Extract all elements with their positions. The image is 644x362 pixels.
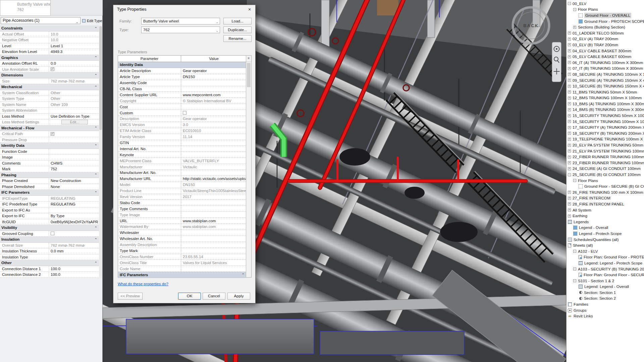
property-section-header[interactable]: Insulation⌃	[0, 237, 99, 243]
parameter-value[interactable]	[181, 248, 247, 254]
collapse-chevron-icon[interactable]: ⌃	[95, 73, 97, 77]
family-dropdown[interactable]: Butterfly Valve wheel⌄	[141, 18, 220, 24]
collapse-icon[interactable]: -	[573, 250, 576, 253]
tree-item[interactable]: Ground Floor - OVERALL	[567, 12, 644, 18]
property-value[interactable]: New Construction	[49, 178, 99, 184]
checkbox[interactable]	[183, 111, 186, 115]
property-section-header[interactable]: Other⌃	[0, 260, 99, 266]
tree-item[interactable]: Ground Floor - SECURE (B) GI CONDUIT 100	[567, 183, 644, 189]
expand-icon[interactable]: +	[568, 167, 571, 170]
expand-icon[interactable]: +	[568, 67, 571, 70]
parameter-value[interactable]: www.mepcontent.com	[181, 92, 247, 98]
parameter-value[interactable]: www.stabiplan.com	[181, 218, 247, 224]
parameter-value[interactable]: Gear operator	[181, 68, 247, 74]
parameter-value[interactable]: DN150	[181, 182, 247, 188]
expand-icon[interactable]: +	[568, 191, 571, 194]
checkbox[interactable]	[51, 232, 54, 235]
property-section-header[interactable]: Constraints⌃	[0, 25, 99, 32]
property-value[interactable]	[49, 231, 99, 237]
navigation-bar[interactable]	[552, 42, 561, 82]
expand-icon[interactable]: +	[568, 144, 571, 147]
parameter-value[interactable]	[181, 236, 247, 242]
property-value[interactable]: REGULATING	[49, 201, 99, 207]
property-value[interactable]: 752	[49, 166, 99, 172]
tree-item[interactable]: Families	[567, 301, 644, 307]
column-header-value[interactable]: Value	[181, 56, 247, 62]
type-selector-dropdown[interactable]: Pipe Accessories (1) ⌄	[1, 17, 80, 24]
property-value[interactable]: 4949.3	[49, 49, 99, 55]
property-value[interactable]: None	[49, 184, 99, 190]
parameter-value[interactable]	[181, 212, 247, 218]
property-value[interactable]	[49, 254, 99, 260]
property-value[interactable]: 100.0	[49, 272, 99, 278]
collapse-chevron-icon[interactable]: ⌃	[95, 226, 97, 230]
table-menu-icon[interactable]: ≡	[246, 56, 251, 62]
tree-item[interactable]: +Earthing	[567, 213, 644, 219]
property-section-header[interactable]: Dimensions⌃	[0, 72, 99, 78]
close-icon[interactable]: ✕	[246, 7, 253, 12]
type-dropdown[interactable]: 762⌄	[141, 26, 220, 33]
tree-item[interactable]: Legend - Overall	[567, 225, 644, 231]
load-button[interactable]: Load...	[223, 18, 252, 24]
tree-item[interactable]: +24_SECURE (A) GI CONDUIT 100mm	[567, 166, 644, 172]
parameter-value[interactable]	[181, 104, 247, 110]
tree-item[interactable]: +05_ELV CABLE BASKET 600mm	[567, 54, 644, 60]
expand-icon[interactable]: +	[568, 156, 571, 159]
tree-item[interactable]: +20_ELV PA SYSTEM TRUNKING 50mm X 50mm	[567, 142, 644, 148]
parameter-value[interactable]: VictaulicStrengThin100StainlessSteel304	[181, 188, 247, 194]
edit-type-button[interactable]: Edit Type	[82, 17, 102, 24]
rename-button[interactable]: Rename...	[223, 35, 252, 42]
expand-icon[interactable]: +	[568, 102, 571, 105]
parameter-value[interactable]	[181, 230, 247, 236]
tree-item[interactable]: +16_SECURITY TRUNKING 100mm X 100mm	[567, 119, 644, 125]
tree-item[interactable]: Schedules/Quantities (all)	[567, 237, 644, 243]
property-section-header[interactable]: Identity Data⌃	[0, 143, 99, 149]
tree-item[interactable]: ∞Revit Links	[567, 313, 644, 319]
tree-item[interactable]: +15_SECURITY TRUNKING 50mm X 100mm	[567, 113, 644, 119]
expand-icon[interactable]: +	[568, 90, 571, 94]
tree-item[interactable]: +12_BMS TRUNKING 100mm X 100mm	[567, 95, 644, 101]
property-section-header[interactable]: IFC Parameters⌃	[0, 190, 99, 196]
parameter-value[interactable]: 2017	[181, 194, 247, 200]
collapse-icon[interactable]: -	[568, 2, 571, 5]
expand-icon[interactable]: +	[568, 43, 571, 46]
property-value[interactable]: 0xeB6ytWj3exDrF2xYaAPR	[49, 219, 99, 225]
tree-item[interactable]: +23_FIBER RUNNER TRUNKING 100mm X 300mm	[567, 160, 644, 166]
expand-icon[interactable]: +	[568, 161, 571, 164]
parameter-value[interactable]: Valves for Liquid Services	[181, 260, 247, 265]
tree-item[interactable]: +17_SECURITY (A) TRUNKING 200mm X 300mm	[567, 124, 644, 130]
cancel-button[interactable]: Cancel	[203, 293, 225, 300]
tree-item[interactable]: Floor Plan: Ground Floor - PROTECH SCOPE	[567, 254, 644, 260]
checkbox[interactable]	[51, 132, 54, 136]
tree-item[interactable]: +Sections (Building Section)	[567, 24, 644, 30]
tree-item[interactable]: +06_IT (A) TRUNKING 100mm X 300mm	[567, 60, 644, 66]
expand-icon[interactable]: +	[568, 126, 571, 129]
tree-item[interactable]: Ground Floor - PROTECH SCOPE	[567, 18, 644, 24]
parameter-value[interactable]: http://static.victaulic.com/assets/uploa…	[181, 176, 247, 182]
expand-icon[interactable]: +	[568, 97, 571, 100]
tree-item[interactable]: -25_SECURE (B) GI CONDUIT 100mm	[567, 172, 644, 178]
collapse-icon[interactable]: -	[573, 279, 576, 282]
table-section-header[interactable]: Identity Data	[118, 62, 247, 68]
property-section-header[interactable]: Phasing⌃	[0, 172, 99, 178]
property-value[interactable]: 0.0	[49, 61, 99, 66]
collapse-chevron-icon[interactable]: ⌃	[95, 191, 97, 194]
parameter-value[interactable]	[181, 80, 247, 86]
expand-icon[interactable]: +	[568, 120, 571, 123]
tree-item[interactable]: +07_IT (B) TRUNKING 100mm X 300mm	[567, 66, 644, 72]
parameter-value[interactable]	[181, 110, 247, 116]
expand-icon[interactable]: +	[568, 32, 571, 35]
parameter-value[interactable]: © Stabiplan International BV	[181, 98, 247, 104]
collapse-icon[interactable]: -	[573, 267, 576, 270]
tree-item[interactable]: Legend: Legend - Overall	[567, 284, 644, 290]
tree-item[interactable]: Sheets (all)	[567, 242, 644, 248]
duplicate-button[interactable]: Duplicate...	[223, 26, 252, 33]
expand-icon[interactable]: +	[568, 138, 571, 141]
tree-item[interactable]: Legend: Legend - Protech Scope	[567, 260, 644, 266]
property-section-header[interactable]: Visibility⌃	[0, 225, 99, 231]
collapse-chevron-icon[interactable]: ⌃	[95, 144, 97, 147]
collapse-chevron-icon[interactable]: ⌃	[95, 238, 97, 241]
collapse-chevron-icon[interactable]: ⌃	[95, 126, 97, 130]
property-value[interactable]	[49, 207, 99, 213]
tree-item[interactable]: +18_SECURITY (B) TRUNKING 200mm X 300mm	[567, 130, 644, 136]
